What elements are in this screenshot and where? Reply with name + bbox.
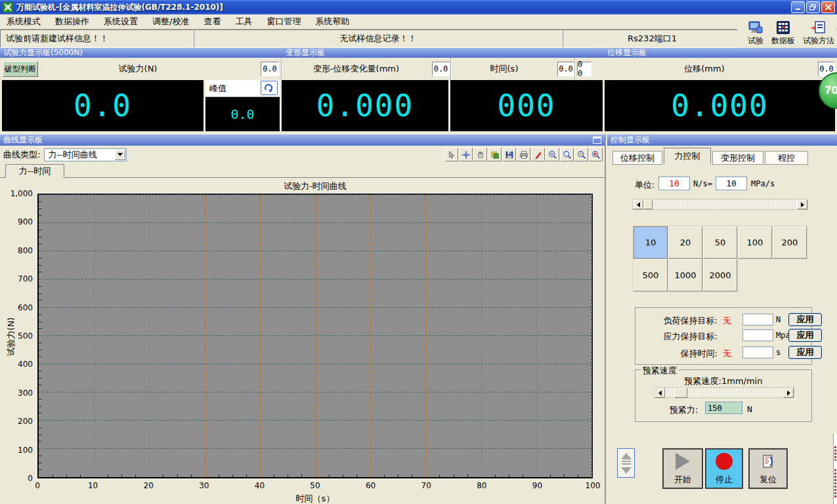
rate-n-input[interactable] — [658, 177, 690, 190]
scrollbar-thumb[interactable] — [644, 200, 653, 209]
dropdown-button[interactable] — [115, 150, 125, 160]
x-minor-tick — [80, 474, 81, 477]
load-hold-apply-button[interactable]: 应用 — [788, 313, 822, 326]
data-board-button[interactable]: 数据板 — [770, 16, 796, 47]
curve-tab[interactable]: 力--时间 — [5, 164, 64, 178]
x-tick-label: 70 — [416, 481, 436, 490]
screen-edge-artifact — [833, 433, 837, 504]
hold-target-group: 负荷保持目标: 无 N 应用 应力保持目标: Mpa 应用 保持时间: 无 s … — [635, 307, 812, 365]
force-label-section: 破型判断 试验力(N) 0.0 — [0, 58, 282, 80]
x-tick-label: 0 — [28, 481, 47, 490]
start-button[interactable]: 开始 — [662, 448, 703, 489]
v-gridline — [370, 195, 371, 477]
scroll-left-button[interactable] — [655, 388, 665, 398]
app-window: 万能试验机-[金属材料室温拉伸试验(GB/T228.1-2010)] 系统模式 … — [0, 0, 837, 504]
v-gridline — [315, 195, 316, 477]
menu-item-window-manage[interactable]: 窗口管理 — [267, 16, 301, 28]
rate-button[interactable]: 500 — [633, 259, 668, 291]
control-tab[interactable]: 位移控制 — [612, 151, 662, 165]
time-small-value: 0.0 — [557, 62, 574, 76]
rate-label: 单位: — [635, 179, 655, 191]
y-minor-tick — [39, 469, 41, 470]
x-minor-tick — [177, 474, 178, 477]
x-minor-tick — [384, 474, 385, 477]
rate-button[interactable]: 2000 — [703, 259, 737, 291]
cursor-tool-button[interactable] — [444, 148, 458, 161]
stress-hold-input[interactable] — [742, 329, 773, 341]
record-circle-icon — [716, 453, 733, 470]
scroll-right-button[interactable] — [783, 388, 794, 398]
force-label: 试验力(N) — [20, 63, 256, 75]
restore-button[interactable] — [806, 1, 820, 13]
hold-time-input[interactable] — [742, 346, 773, 358]
zoom-reset-button[interactable] — [589, 148, 603, 161]
menu-item-view[interactable]: 查看 — [204, 16, 221, 28]
rate-button[interactable]: 100 — [738, 226, 772, 259]
chevron-down-icon — [118, 153, 123, 156]
jog-button[interactable] — [617, 448, 635, 478]
pen-icon — [534, 150, 543, 159]
load-hold-unit: N — [776, 315, 781, 324]
close-button[interactable] — [821, 1, 835, 13]
panel-restore-icon[interactable] — [593, 136, 601, 144]
scroll-right-button[interactable] — [797, 200, 807, 209]
test-button[interactable]: 试验 — [746, 16, 765, 47]
control-tab[interactable]: 力控制 — [664, 148, 711, 165]
rate-scrollbar[interactable] — [632, 199, 808, 210]
reset-button[interactable]: 复位 — [748, 448, 788, 489]
annotate-button[interactable] — [531, 148, 545, 161]
rate-button[interactable]: 50 — [703, 226, 737, 259]
rate-button[interactable]: 200 — [773, 226, 807, 259]
rate-button[interactable]: 1000 — [668, 259, 702, 291]
rate-button[interactable]: 20 — [668, 226, 702, 259]
control-tab[interactable]: 变形控制 — [712, 151, 763, 165]
load-hold-input[interactable] — [742, 314, 773, 326]
zoom-window-button[interactable] — [560, 148, 574, 161]
zoom-out-button[interactable] — [546, 148, 559, 161]
play-icon — [676, 453, 690, 470]
preload-group: 预紧速度 预紧速度:1mm/min 预紧力: N — [635, 369, 812, 422]
y-minor-tick — [39, 322, 41, 322]
x-tick-label: 90 — [527, 481, 547, 490]
y-tick-label: 300 — [0, 388, 33, 398]
move-tool-button[interactable] — [459, 148, 473, 161]
test-method-button[interactable]: 试验方法 — [802, 16, 836, 47]
rate-mpa-input[interactable] — [716, 177, 747, 190]
y-tick-label: 900 — [0, 217, 33, 226]
preload-scrollbar[interactable] — [654, 387, 794, 398]
save-button[interactable] — [502, 148, 516, 161]
document-icon — [811, 20, 826, 35]
time-display: 000 — [450, 80, 603, 131]
pan-tool-button[interactable] — [473, 148, 487, 161]
scroll-left-button[interactable] — [633, 200, 643, 209]
quick-buttons: 试验 数据板 试验方法 — [737, 16, 836, 47]
deform-label-section: 变形-位移变化量(mm) 0.0 — [282, 58, 452, 80]
x-minor-tick — [53, 474, 53, 477]
rate-button[interactable]: 10 — [633, 226, 668, 259]
stop-button[interactable]: 停止 — [705, 448, 743, 489]
y-minor-tick — [39, 314, 41, 315]
menu-item-data-ops[interactable]: 数据操作 — [55, 16, 89, 28]
menu-item-calibration[interactable]: 调整/校准 — [152, 16, 189, 28]
graph-copy-button[interactable] — [488, 148, 502, 161]
control-tab[interactable]: 程控 — [765, 151, 808, 165]
curve-type-select[interactable]: 力--时间曲线 — [44, 148, 127, 161]
stress-hold-apply-button[interactable]: 应用 — [788, 329, 822, 342]
curve-tab-strip: 力--时间 — [0, 163, 605, 178]
menu-item-system-mode[interactable]: 系统模式 — [7, 16, 41, 28]
v-gridline — [425, 195, 426, 477]
hold-time-apply-button[interactable]: 应用 — [788, 346, 822, 359]
menu-item-help[interactable]: 系统帮助 — [315, 16, 349, 28]
preload-force-input[interactable] — [705, 402, 742, 414]
zoom-in-button[interactable] — [574, 148, 588, 161]
y-tick-label: 1,000 — [0, 189, 33, 198]
peak-reset-button[interactable] — [261, 81, 278, 95]
preload-force-unit: N — [747, 404, 752, 414]
menu-item-tools[interactable]: 工具 — [235, 16, 252, 28]
menu-item-system-settings[interactable]: 系统设置 — [104, 16, 138, 28]
scrollbar-thumb[interactable] — [674, 388, 687, 398]
time-label-section: 时间(s) 0.0 — [452, 58, 576, 80]
menu-bar: 系统模式 数据操作 系统设置 调整/校准 查看 工具 窗口管理 系统帮助 — [0, 14, 837, 30]
minimize-button[interactable] — [791, 1, 805, 13]
print-button[interactable] — [517, 148, 530, 161]
